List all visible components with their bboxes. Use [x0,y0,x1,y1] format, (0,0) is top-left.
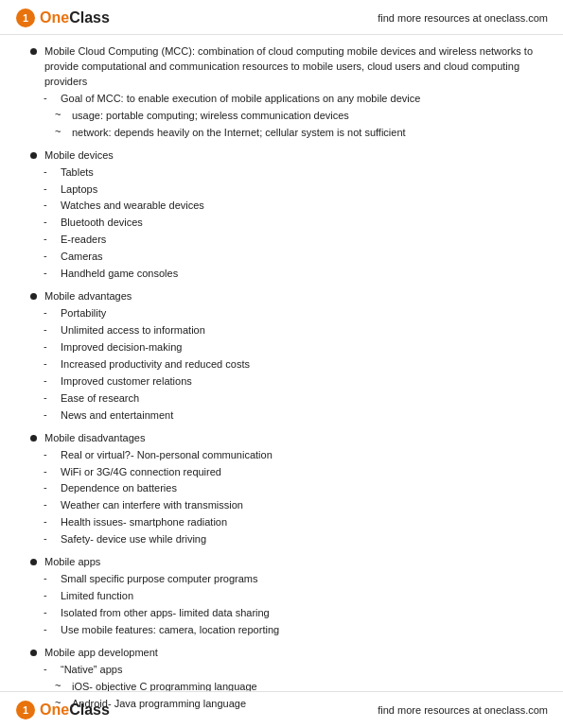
dash-icon: - [44,572,57,583]
list-item: -Portability [28,306,535,321]
list-item: Mobile Cloud Computing (MCC): combinatio… [28,44,535,90]
list-item: -Laptops [28,182,535,198]
sub-item-text: Improved customer relations [61,374,535,390]
section-3: Mobile disadvantages-Real or virtual?- N… [28,431,535,548]
dash-icon: - [44,448,57,459]
list-item: -Ease of research [28,391,535,407]
sub-item-text: Safety- device use while driving [61,532,535,547]
tilde-icon: ~ [55,126,68,137]
list-item: -Watches and wearable devices [28,199,535,214]
sub-item-text: “Native” apps [61,663,535,678]
footer-logo-text: OneClass [40,702,110,719]
list-item: -Improved customer relations [28,374,535,390]
main-item-text: Mobile Cloud Computing (MCC): combinatio… [44,44,535,90]
dash-icon: - [44,391,57,403]
list-item: -Health issues- smartphone radiation [28,515,535,530]
dash-icon: - [44,199,57,210]
dash-icon: - [44,165,57,177]
bullet-icon [30,48,37,55]
list-item: -“Native” apps [28,663,535,678]
list-item: Mobile app development [28,646,535,661]
main-item-text: Mobile devices [44,148,535,164]
tilde-item-text: usage: portable computing; wireless comm… [72,109,535,124]
list-item: -Safety- device use while driving [28,532,535,547]
dash-icon: - [44,481,57,493]
section-1: Mobile devices-Tablets-Laptops-Watches a… [28,148,535,283]
section-2: Mobile advantages-Portability-Unlimited … [28,289,535,424]
bullet-icon [30,152,37,159]
sub-item-text: Improved decision-making [61,340,535,355]
dash-icon: - [44,589,57,600]
main-item-text: Mobile disadvantages [44,431,535,446]
dash-icon: - [44,515,57,527]
list-item: -Real or virtual?- Non-personal communic… [28,448,535,463]
sub-item-text: Small specific purpose computer programs [61,572,535,587]
dash-icon: - [44,498,57,510]
bullet-icon [30,293,37,300]
main-item-text: Mobile apps [44,555,535,570]
list-item: Mobile apps [28,555,535,570]
sub-item-text: Handheld game consoles [61,267,535,282]
sub-item-text: Real or virtual?- Non-personal communica… [61,448,535,463]
sub-item-text: E-readers [61,233,535,248]
list-item: -E-readers [28,233,535,248]
dash-icon: - [44,233,57,244]
dash-icon: - [44,92,57,103]
list-item: -Limited function [28,589,535,604]
list-item: -WiFi or 3G/4G connection required [28,465,535,480]
list-item: ~network: depends heavily on the Interne… [28,126,535,141]
sub-item-text: Increased productivity and reduced costs [61,357,535,373]
logo-text: OneClass [40,9,110,26]
sub-item-text: Unlimited access to information [61,323,535,338]
footer-logo: 1 OneClass [15,700,110,720]
dash-icon: - [44,340,57,352]
dash-icon: - [44,465,57,477]
dash-icon: - [44,306,57,318]
list-item: -Isolated from other apps- limited data … [28,606,535,621]
bullet-icon [30,559,37,565]
section-4: Mobile apps-Small specific purpose compu… [28,555,535,638]
list-item: -Use mobile features: camera, location r… [28,623,535,638]
sub-item-text: Ease of research [61,391,535,407]
list-item: -Dependence on batteries [28,481,535,496]
dash-icon: - [44,623,57,634]
list-item: Mobile advantages [28,289,535,304]
dash-icon: - [44,267,57,278]
list-item: -Cameras [28,250,535,265]
list-item: ~usage: portable computing; wireless com… [28,109,535,124]
dash-icon: - [44,408,57,420]
list-item: Mobile devices [28,148,535,164]
dash-icon: - [44,323,57,335]
list-item: -News and entertainment [28,408,535,424]
svg-text:1: 1 [23,12,28,24]
main-content: Mobile Cloud Computing (MCC): combinatio… [0,41,563,723]
main-item-text: Mobile advantages [44,289,535,304]
page-header: 1 OneClass find more resources at onecla… [0,0,563,35]
dash-icon: - [44,606,57,617]
sub-item-text: Health issues- smartphone radiation [61,515,535,530]
footer-tagline: find more resources at oneclass.com [378,704,548,716]
sub-item-text: Portability [61,306,535,321]
header-tagline: find more resources at oneclass.com [378,12,548,24]
list-item: -Tablets [28,165,535,181]
list-item: -Increased productivity and reduced cost… [28,357,535,373]
section-0: Mobile Cloud Computing (MCC): combinatio… [28,44,535,141]
list-item: -Handheld game consoles [28,267,535,282]
list-item: -Small specific purpose computer program… [28,572,535,587]
main-item-text: Mobile app development [44,646,535,661]
tilde-icon: ~ [55,109,68,120]
sub-item-text: Isolated from other apps- limited data s… [61,606,535,621]
sub-item-text: Tablets [61,165,535,181]
dash-icon: - [44,374,57,386]
bullet-icon [30,435,37,442]
list-item: -Improved decision-making [28,340,535,355]
page-footer: 1 OneClass find more resources at onecla… [0,691,563,728]
svg-text:1: 1 [23,704,28,716]
list-item: -Goal of MCC: to enable execution of mob… [28,92,535,107]
logo-icon: 1 [15,8,36,28]
sub-item-text: WiFi or 3G/4G connection required [61,465,535,480]
dash-icon: - [44,250,57,261]
logo: 1 OneClass [15,8,110,28]
tilde-item-text: network: depends heavily on the Internet… [72,126,535,141]
list-item: -Unlimited access to information [28,323,535,338]
